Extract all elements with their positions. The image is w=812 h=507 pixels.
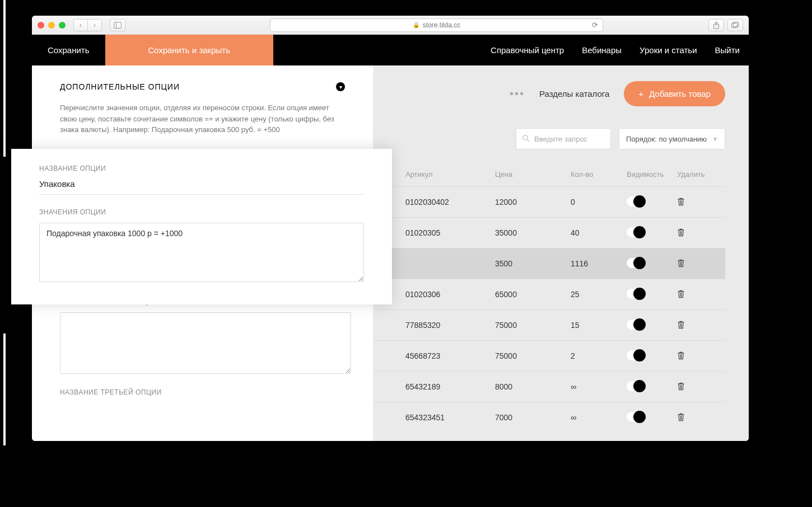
delete-icon[interactable] bbox=[677, 382, 685, 391]
cell-price: 8000 bbox=[495, 382, 571, 391]
cell-qty: 25 bbox=[571, 290, 627, 299]
delete-icon[interactable] bbox=[677, 259, 685, 267]
cell-qty: 1116 bbox=[571, 259, 627, 268]
second-option-values-textarea[interactable] bbox=[60, 312, 351, 374]
svg-rect-0 bbox=[114, 22, 122, 28]
visibility-toggle[interactable] bbox=[627, 320, 646, 330]
sort-dropdown[interactable]: Порядок: по умолчанию ▼ bbox=[619, 128, 725, 149]
help-center-link[interactable]: Справочный центр bbox=[482, 35, 573, 65]
table-row[interactable]: 010203066500025 bbox=[374, 279, 725, 309]
save-button[interactable]: Сохранить bbox=[32, 35, 105, 65]
url-label: store.tilda.cc bbox=[423, 21, 460, 29]
cell-sku: 01020306 bbox=[405, 290, 495, 299]
col-price: Цена bbox=[495, 170, 571, 179]
decoration-line bbox=[3, 334, 6, 445]
cell-price: 35000 bbox=[495, 228, 571, 237]
options-heading: ДОПОЛНИТЕЛЬНЫЕ ОПЦИИ bbox=[60, 82, 180, 91]
visibility-toggle[interactable] bbox=[627, 412, 646, 422]
svg-rect-4 bbox=[733, 22, 739, 26]
table-header: Артикул Цена Кол-во Видимость Удалить bbox=[374, 162, 725, 186]
save-and-close-button[interactable]: Сохранить и закрыть bbox=[105, 35, 273, 65]
search-placeholder: Введите запрос bbox=[534, 135, 587, 143]
catalog-panel: ••• Разделы каталога + Добавить товар bbox=[374, 65, 749, 441]
col-delete: Удалить bbox=[677, 170, 713, 179]
cell-qty: 0 bbox=[571, 198, 627, 206]
visibility-toggle[interactable] bbox=[627, 196, 646, 206]
reload-icon[interactable]: ⟳ bbox=[592, 21, 598, 29]
products-table: Артикул Цена Кол-во Видимость Удалить 01… bbox=[374, 162, 725, 433]
decoration-line bbox=[3, 0, 6, 157]
delete-icon[interactable] bbox=[677, 228, 685, 237]
more-icon[interactable]: ••• bbox=[510, 87, 525, 100]
cell-qty: 15 bbox=[571, 321, 627, 330]
cell-price: 65000 bbox=[495, 290, 571, 299]
third-option-name-label: НАЗВАНИЕ ТРЕТЬЕЙ ОПЦИИ bbox=[60, 388, 345, 396]
search-input[interactable]: Введите запрос bbox=[516, 128, 611, 149]
lessons-link[interactable]: Уроки и статьи bbox=[631, 35, 706, 65]
search-icon bbox=[522, 134, 530, 144]
window-close-icon[interactable] bbox=[38, 22, 44, 29]
cell-sku: 01020305 bbox=[405, 228, 495, 237]
cell-price: 12000 bbox=[495, 198, 571, 206]
visibility-toggle[interactable] bbox=[627, 381, 646, 391]
catalog-sections-link[interactable]: Разделы каталога bbox=[539, 89, 609, 98]
delete-icon[interactable] bbox=[677, 320, 685, 329]
visibility-toggle[interactable] bbox=[627, 258, 646, 268]
option-name-input[interactable]: Упаковка bbox=[39, 179, 364, 195]
lock-icon: 🔒 bbox=[413, 22, 419, 28]
address-bar[interactable]: 🔒 store.tilda.cc ⟳ bbox=[270, 18, 603, 32]
cell-price: 7000 bbox=[495, 413, 571, 422]
table-row[interactable]: 6543234517000∞ bbox=[374, 402, 725, 433]
visibility-toggle[interactable] bbox=[627, 227, 646, 237]
share-icon[interactable] bbox=[708, 19, 724, 31]
cell-qty: ∞ bbox=[571, 413, 627, 422]
visibility-toggle[interactable] bbox=[627, 350, 646, 360]
svg-point-5 bbox=[523, 135, 528, 139]
browser-toolbar: ‹ › 🔒 store.tilda.cc ⟳ bbox=[32, 16, 749, 35]
table-row[interactable]: 0102030402120000 bbox=[374, 186, 725, 217]
tabs-icon[interactable] bbox=[727, 19, 743, 31]
cell-price: 75000 bbox=[495, 321, 571, 330]
sidebar-toggle-icon[interactable] bbox=[110, 19, 125, 31]
cell-sku: 654323451 bbox=[405, 413, 495, 422]
delete-icon[interactable] bbox=[677, 351, 685, 360]
col-qty: Кол-во bbox=[571, 170, 627, 179]
svg-line-6 bbox=[527, 139, 529, 142]
table-row[interactable]: 654321898000∞ bbox=[374, 371, 725, 402]
cell-price: 75000 bbox=[495, 351, 571, 360]
visibility-toggle[interactable] bbox=[627, 289, 646, 299]
chevron-down-icon: ▼ bbox=[712, 136, 718, 142]
window-minimize-icon[interactable] bbox=[48, 22, 55, 29]
webinars-link[interactable]: Вебинары bbox=[573, 35, 631, 65]
forward-button[interactable]: › bbox=[87, 19, 102, 31]
delete-icon[interactable] bbox=[677, 197, 685, 206]
cell-sku: 45668723 bbox=[405, 351, 495, 360]
table-row[interactable]: 45668723750002 bbox=[374, 340, 725, 371]
cell-sku: 65432189 bbox=[405, 382, 495, 391]
options-description: Перечислите значения опции, отделяя их п… bbox=[60, 102, 345, 135]
cell-price: 3500 bbox=[495, 259, 571, 268]
collapse-icon[interactable]: ▾ bbox=[336, 82, 345, 91]
col-visibility: Видимость bbox=[627, 170, 677, 179]
cell-sku: 0102030402 bbox=[405, 198, 495, 206]
table-row[interactable]: 778853207500015 bbox=[374, 309, 725, 340]
logout-link[interactable]: Выйти bbox=[706, 35, 749, 65]
window-zoom-icon[interactable] bbox=[59, 22, 66, 29]
table-row[interactable]: 35001116 bbox=[374, 248, 725, 279]
cell-qty: 40 bbox=[571, 228, 627, 237]
option-editor-card: НАЗВАНИЕ ОПЦИИ Упаковка ЗНАЧЕНИЯ ОПЦИИ bbox=[11, 149, 392, 304]
cell-sku: 77885320 bbox=[405, 321, 495, 330]
option-name-label: НАЗВАНИЕ ОПЦИИ bbox=[39, 165, 364, 172]
app-topbar: Сохранить Сохранить и закрыть Справочный… bbox=[32, 35, 749, 65]
plus-icon: + bbox=[638, 89, 643, 98]
cell-qty: ∞ bbox=[571, 382, 627, 391]
delete-icon[interactable] bbox=[677, 412, 685, 421]
delete-icon[interactable] bbox=[677, 289, 685, 298]
col-sku: Артикул bbox=[405, 170, 495, 179]
cell-qty: 2 bbox=[571, 351, 627, 360]
option-values-textarea[interactable] bbox=[39, 223, 364, 282]
back-button[interactable]: ‹ bbox=[73, 19, 88, 31]
add-product-button[interactable]: + Добавить товар bbox=[624, 81, 725, 106]
option-values-label: ЗНАЧЕНИЯ ОПЦИИ bbox=[39, 208, 364, 216]
table-row[interactable]: 010203053500040 bbox=[374, 217, 725, 248]
